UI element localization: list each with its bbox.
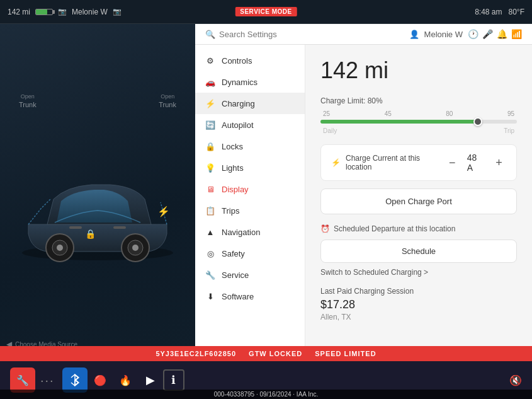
user-avatar-icon: 👤 xyxy=(409,30,419,39)
svg-rect-7 xyxy=(69,226,82,229)
dynamics-label: Dynamics xyxy=(222,78,258,87)
charge-limit-label: Charge Limit: 80% xyxy=(320,96,517,105)
safety-icon: ◎ xyxy=(205,248,215,258)
autopilot-label: Autopilot xyxy=(222,120,254,130)
settings-body: ⚙ Controls 🚗 Dynamics ⚡ Charging 🔄 Autop… xyxy=(195,45,532,361)
battery-indicator xyxy=(35,9,53,15)
car-svg: 🔒 ⚡ xyxy=(9,152,186,265)
car-panel: Open Trunk Open Trunk xyxy=(0,24,195,361)
mark-25: 25 xyxy=(323,110,330,117)
user-icons: 🕐 🎤 🔔 📶 xyxy=(468,29,522,39)
time-display: 8:48 am xyxy=(475,8,502,16)
bluetooth-taskbar-icon[interactable] xyxy=(62,367,88,393)
sidebar-item-software[interactable]: ⬇ Software xyxy=(195,286,305,307)
bell-icon: 🔔 xyxy=(497,29,507,39)
slider-bottom-labels: Daily Trip xyxy=(320,127,517,134)
slider-thumb[interactable] xyxy=(473,117,482,126)
search-bar: 🔍 👤 Melonie W 🕐 🎤 🔔 📶 xyxy=(195,24,532,45)
search-icon: 🔍 xyxy=(205,30,215,39)
mark-45: 45 xyxy=(385,110,392,117)
play-taskbar-icon[interactable]: ▶ xyxy=(138,367,163,393)
sidebar-item-display[interactable]: 🖥 Display xyxy=(195,178,305,200)
charge-current-label: ⚡ Charge Current at this location xyxy=(331,154,445,171)
svg-text:⚡: ⚡ xyxy=(157,205,170,217)
display-icon: 🖥 xyxy=(205,184,215,194)
trips-label: Trips xyxy=(222,206,239,216)
controls-label: Controls xyxy=(222,56,252,66)
sidebar-item-autopilot[interactable]: 🔄 Autopilot xyxy=(195,114,305,136)
software-label: Software xyxy=(222,292,254,301)
mark-80: 80 xyxy=(446,110,453,117)
svg-rect-8 xyxy=(113,226,126,229)
slider-fill xyxy=(320,120,478,124)
open-charge-port-button[interactable]: Open Charge Port xyxy=(320,188,517,214)
sidebar-item-locks[interactable]: 🔒 Locks xyxy=(195,136,305,157)
slider-marks: 25 45 80 95 xyxy=(320,110,517,117)
scheduled-title: ⏰ Scheduled Departure at this location xyxy=(320,224,517,233)
svg-text:🔒: 🔒 xyxy=(85,229,96,240)
switch-charging-link[interactable]: Switch to Scheduled Charging > xyxy=(320,268,517,277)
clock-schedule-icon: ⏰ xyxy=(320,224,330,233)
taskbar-right: 🔇 xyxy=(509,374,522,386)
clock-icon: 🕐 xyxy=(468,29,478,39)
lights-label: Lights xyxy=(222,163,244,173)
right-panel: 🔍 👤 Melonie W 🕐 🎤 🔔 📶 ⚙ Contro xyxy=(195,24,532,361)
search-wrapper: 🔍 xyxy=(205,30,320,39)
user-name-header: Melonie W xyxy=(424,30,463,39)
controls-icon: ⚙ xyxy=(205,55,215,66)
watermark: 000-40338795 · 09/16/2024 · IAA Inc. xyxy=(0,390,532,399)
sidebar-item-lights[interactable]: 💡 Lights xyxy=(195,157,305,178)
charging-label: Charging xyxy=(222,99,255,108)
scheduled-section: ⏰ Scheduled Departure at this location S… xyxy=(320,224,517,277)
network-taskbar-icon[interactable]: 🔴 xyxy=(88,367,113,393)
mic-icon: 🎤 xyxy=(482,29,493,39)
search-input[interactable] xyxy=(219,30,320,39)
mark-95: 95 xyxy=(507,110,514,117)
charging-content: 142 mi Charge Limit: 80% 25 45 80 95 Da xyxy=(305,45,532,361)
sidebar-item-safety[interactable]: ◎ Safety xyxy=(195,243,305,264)
trip-label: Trip xyxy=(504,127,514,134)
last-session-title: Last Paid Charging Session xyxy=(320,287,517,296)
navigation-label: Navigation xyxy=(222,228,260,237)
svg-point-6 xyxy=(132,245,139,251)
sidebar-item-trips[interactable]: 📋 Trips xyxy=(195,200,305,221)
range-display-top: 142 mi xyxy=(8,8,30,16)
vin-bar: 5YJ3E1EC2LF602850 GTW LOCKED SPEED LIMIT… xyxy=(0,346,532,361)
status-right: 8:48 am 80°F xyxy=(475,8,524,16)
software-icon: ⬇ xyxy=(205,291,215,301)
sidebar-item-controls[interactable]: ⚙ Controls xyxy=(195,50,305,71)
locks-icon: 🔒 xyxy=(205,141,215,151)
bolt-icon: ⚡ xyxy=(331,158,341,167)
user-name-top: Melonie W xyxy=(72,8,108,16)
car-svg-container: 🔒 ⚡ xyxy=(6,106,189,311)
status-bar: 142 mi 📷 Melonie W 📷 SERVICE MODE 8:48 a… xyxy=(0,0,532,24)
charge-slider-track xyxy=(320,120,517,124)
volume-icon[interactable]: 🔇 xyxy=(509,374,522,386)
current-value: 48 A xyxy=(467,153,484,173)
display-label: Display xyxy=(222,185,249,194)
decrease-current-btn[interactable]: − xyxy=(445,155,460,170)
trips-icon: 📋 xyxy=(205,205,215,216)
settings-sidebar: ⚙ Controls 🚗 Dynamics ⚡ Charging 🔄 Autop… xyxy=(195,45,305,361)
taskbar-dots[interactable]: ··· xyxy=(35,373,60,388)
charge-current-section: ⚡ Charge Current at this location − 48 A… xyxy=(320,144,517,181)
sidebar-item-charging[interactable]: ⚡ Charging xyxy=(195,93,305,114)
info-taskbar-icon[interactable]: ℹ xyxy=(163,369,184,391)
schedule-button[interactable]: Schedule xyxy=(320,240,517,263)
signal-icon: 📶 xyxy=(511,29,522,39)
service-icon: 🔧 xyxy=(205,270,215,280)
last-session-amount: $17.28 xyxy=(320,298,517,311)
flame-taskbar-icon[interactable]: 🔥 xyxy=(113,367,138,393)
battery-fill xyxy=(36,9,47,14)
wrench-taskbar-icon[interactable]: 🔧 xyxy=(10,367,35,393)
sidebar-item-dynamics[interactable]: 🚗 Dynamics xyxy=(195,71,305,93)
increase-current-btn[interactable]: + xyxy=(492,155,506,170)
sidebar-item-service[interactable]: 🔧 Service xyxy=(195,264,305,286)
vin-number: 5YJ3E1EC2LF602850 xyxy=(156,350,236,357)
daily-label: Daily xyxy=(323,127,337,134)
sidebar-item-navigation[interactable]: ▲ Navigation xyxy=(195,221,305,243)
safety-label: Safety xyxy=(222,249,245,258)
user-area: 👤 Melonie W 🕐 🎤 🔔 📶 xyxy=(409,29,522,39)
autopilot-icon: 🔄 xyxy=(205,120,215,130)
service-label: Service xyxy=(222,270,249,280)
